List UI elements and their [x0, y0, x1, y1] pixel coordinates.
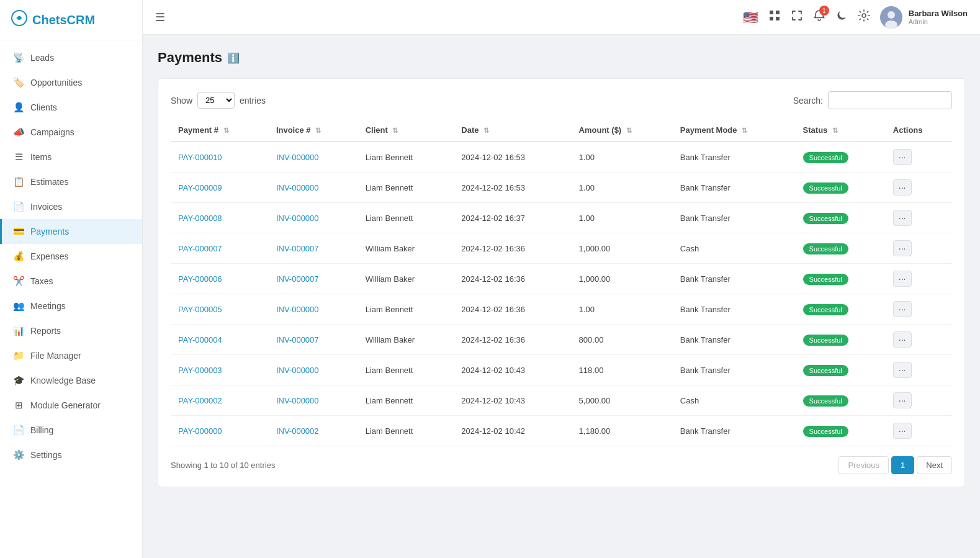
cell-actions: ···	[886, 264, 952, 294]
col-payment-mode[interactable]: Payment Mode ⇅	[673, 119, 796, 142]
invoice-link[interactable]: INV-000007	[276, 244, 319, 253]
payment-link[interactable]: PAY-000000	[178, 426, 222, 436]
sidebar-item-estimates[interactable]: 📋 Estimates	[0, 169, 142, 194]
invoice-link[interactable]: INV-000002	[276, 426, 319, 436]
col-date[interactable]: Date ⇅	[454, 119, 571, 142]
sidebar-item-module-generator[interactable]: ⊞ Module Generator	[0, 393, 142, 418]
logo[interactable]: ChetsCRM	[0, 0, 142, 40]
col-amount[interactable]: Amount ($) ⇅	[572, 119, 673, 142]
invoice-link[interactable]: INV-000007	[276, 335, 319, 344]
grid-icon[interactable]	[768, 9, 781, 25]
actions-button[interactable]: ···	[893, 271, 912, 287]
hamburger-button[interactable]: ☰	[155, 11, 165, 24]
sort-icon-amount: ⇅	[626, 127, 632, 134]
sidebar-item-reports[interactable]: 📊 Reports	[0, 318, 142, 343]
actions-button[interactable]: ···	[893, 392, 912, 408]
sidebar-label-payments: Payments	[30, 227, 69, 236]
sort-icon-payment-mode: ⇅	[742, 127, 747, 134]
sidebar-label-reports: Reports	[30, 326, 61, 336]
col-status[interactable]: Status ⇅	[796, 119, 886, 142]
payment-link[interactable]: PAY-000009	[178, 183, 222, 192]
sidebar-label-items: Items	[30, 152, 52, 162]
status-badge: Successful	[803, 274, 848, 285]
table-row: PAY-000000 INV-000002 Liam Bennett 2024-…	[171, 416, 952, 446]
actions-button[interactable]: ···	[893, 301, 912, 317]
payment-link[interactable]: PAY-000003	[178, 366, 222, 375]
invoice-link[interactable]: INV-000000	[276, 183, 319, 192]
sort-icon-date: ⇅	[483, 127, 489, 134]
page-header: Payments ℹ️	[158, 50, 965, 66]
sidebar-item-file-manager[interactable]: 📁 File Manager	[0, 343, 142, 368]
page-title: Payments	[158, 50, 222, 66]
clients-icon: 👤	[13, 102, 24, 113]
col-invoice-num[interactable]: Invoice # ⇅	[269, 119, 358, 142]
sidebar-item-expenses[interactable]: 💰 Expenses	[0, 244, 142, 269]
info-icon[interactable]: ℹ️	[227, 52, 240, 64]
payment-link[interactable]: PAY-000002	[178, 396, 222, 405]
cell-payment-mode: Cash	[673, 233, 796, 264]
sidebar-item-opportunities[interactable]: 🏷️ Opportunities	[0, 70, 142, 95]
dark-mode-icon[interactable]	[835, 9, 848, 25]
language-flag[interactable]: 🇺🇸	[743, 10, 758, 25]
invoice-link[interactable]: INV-000000	[276, 214, 319, 223]
invoice-link[interactable]: INV-000007	[276, 274, 319, 284]
payments-table: Payment # ⇅ Invoice # ⇅ Client ⇅ Date ⇅ …	[171, 119, 952, 446]
sidebar-item-leads[interactable]: 📡 Leads	[0, 45, 142, 70]
previous-button[interactable]: Previous	[838, 456, 889, 474]
cell-client: Liam Bennett	[358, 173, 454, 203]
fullscreen-icon[interactable]	[791, 9, 803, 25]
sidebar-item-taxes[interactable]: ✂️ Taxes	[0, 269, 142, 294]
sidebar-item-billing[interactable]: 📄 Billing	[0, 418, 142, 443]
sidebar-item-settings[interactable]: ⚙️ Settings	[0, 443, 142, 467]
next-button[interactable]: Next	[917, 456, 952, 474]
sidebar-item-invoices[interactable]: 📄 Invoices	[0, 194, 142, 219]
actions-button[interactable]: ···	[893, 331, 912, 348]
col-payment-num[interactable]: Payment # ⇅	[171, 119, 269, 142]
sidebar-label-estimates: Estimates	[30, 177, 68, 187]
payment-link[interactable]: PAY-000005	[178, 305, 222, 314]
actions-button[interactable]: ···	[893, 179, 912, 196]
payment-link[interactable]: PAY-000008	[178, 214, 222, 223]
svg-rect-5	[776, 17, 780, 20]
payment-link[interactable]: PAY-000007	[178, 244, 222, 253]
sidebar-item-clients[interactable]: 👤 Clients	[0, 95, 142, 120]
cell-payment-num: PAY-000004	[171, 325, 269, 355]
user-info[interactable]: Barbara Wilson Admin	[880, 6, 968, 29]
entries-select[interactable]: 10 25 50 100	[197, 92, 235, 109]
sidebar-item-knowledge-base[interactable]: 🎓 Knowledge Base	[0, 368, 142, 393]
sidebar-item-items[interactable]: ☰ Items	[0, 145, 142, 169]
leads-icon: 📡	[13, 52, 24, 63]
sidebar-label-leads: Leads	[30, 53, 54, 63]
sidebar-item-meetings[interactable]: 👥 Meetings	[0, 294, 142, 318]
invoice-link[interactable]: INV-000000	[276, 305, 319, 314]
invoice-link[interactable]: INV-000000	[276, 153, 319, 162]
payment-link[interactable]: PAY-000006	[178, 274, 222, 284]
invoice-link[interactable]: INV-000000	[276, 396, 319, 405]
file-manager-icon: 📁	[13, 350, 24, 361]
invoice-link[interactable]: INV-000000	[276, 366, 319, 375]
page-1-button[interactable]: 1	[891, 456, 914, 474]
sidebar-item-campaigns[interactable]: 📣 Campaigns	[0, 120, 142, 145]
settings-gear-icon[interactable]	[858, 9, 870, 25]
actions-button[interactable]: ···	[893, 362, 912, 378]
estimates-icon: 📋	[13, 176, 24, 187]
notification-bell-icon[interactable]: 1	[813, 9, 825, 25]
cell-invoice-num: INV-000000	[269, 173, 358, 203]
sidebar-item-payments[interactable]: 💳 Payments	[0, 219, 142, 244]
actions-button[interactable]: ···	[893, 240, 912, 256]
cell-actions: ···	[886, 385, 952, 416]
billing-icon: 📄	[13, 425, 24, 436]
search-input[interactable]	[828, 91, 952, 109]
actions-button[interactable]: ···	[893, 423, 912, 439]
actions-button[interactable]: ···	[893, 149, 912, 165]
cell-amount: 1,000.00	[572, 264, 673, 294]
cell-date: 2024-12-02 16:36	[454, 264, 571, 294]
cell-payment-mode: Bank Transfer	[673, 142, 796, 173]
actions-button[interactable]: ···	[893, 210, 912, 226]
payments-card: Show 10 25 50 100 entries Search:	[158, 78, 965, 487]
col-client[interactable]: Client ⇅	[358, 119, 454, 142]
cell-amount: 1.00	[572, 203, 673, 233]
reports-icon: 📊	[13, 325, 24, 336]
payment-link[interactable]: PAY-000004	[178, 335, 222, 344]
payment-link[interactable]: PAY-000010	[178, 153, 222, 162]
